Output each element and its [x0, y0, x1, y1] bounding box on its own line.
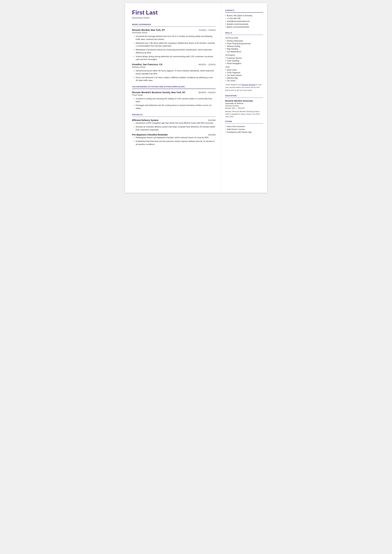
skills-divider [225, 35, 263, 35]
projects-divider [132, 117, 216, 117]
project-1-date: 05/2009 [208, 119, 216, 121]
bullet-item: Redesigned drivers' pre-departure checkl… [134, 136, 216, 139]
bullet-item: Devised an inventive delivery system tha… [134, 125, 216, 131]
skill-item: Order Picking (Experienced) [225, 42, 263, 45]
skills-heading: SKILLS [225, 32, 263, 34]
tools-label: Tools: [225, 66, 263, 68]
other-list: Geico Auto Insurance Valid Driver's Lice… [225, 125, 263, 133]
bullet-item: Delivered over 1.9K items within the com… [134, 42, 216, 48]
project-2-bullets: Redesigned drivers' pre-departure checkl… [132, 136, 216, 146]
other-heading: OTHER [225, 120, 263, 122]
contact-email: email@resumeworded.com [225, 20, 263, 22]
project-2: Pre-departure Checklist Reminder 04/2009… [132, 133, 216, 146]
bullet-item: Assisted in sorting and checking the via… [134, 97, 216, 103]
technical-skills-list: Driving (Advanced) Order Picking (Experi… [225, 40, 263, 53]
job-2-bullets: Delivered products within 48 hours (agai… [132, 69, 216, 82]
volunteer-1-title: Food Sorter [132, 94, 216, 96]
volunteering-heading: VOLUNTEERING ACTIVITIES AND EXTRACURRICU… [132, 86, 216, 88]
skill-item: Dash Cams [225, 69, 263, 71]
education-heading: EDUCATION [225, 95, 263, 97]
bullet-item: Increased the average delivery time from… [134, 35, 216, 41]
name: First Last [132, 9, 216, 16]
work-experience-section: WORK EXPERIENCE Resume Worded, New York,… [132, 23, 216, 82]
project-1-header: Efficient Delivery System 05/2009 [132, 119, 216, 121]
bullet-item: Packaged and delivered over 6K cooking i… [134, 104, 216, 110]
skill-item: Route Navigation [225, 62, 263, 65]
tools-list: Dash Cams Trunk Organizer Car Seat Cushi… [225, 69, 263, 82]
left-column: First Last DoorDash Driver WORK EXPERIEN… [125, 3, 221, 193]
contact-heading: CONTACT [225, 9, 263, 11]
skill-item: Map Reading [225, 48, 263, 50]
skill-item: Cash Handling [225, 60, 263, 62]
bullet-item: Established that fluid level and tire pr… [134, 140, 216, 146]
contact-location: Boston, MA (Open to Remote) [225, 14, 263, 17]
edu-degree: Associate of Science [225, 102, 263, 105]
skills-section: SKILLS Technical Skills: Driving (Advanc… [225, 32, 263, 91]
volunteer-1-org: Resume Worded's Business Society, New Yo… [132, 91, 186, 94]
edu-field: General Studies [225, 105, 263, 107]
employer-1-name: Resume Worded, New York, NY [132, 29, 165, 31]
contact-phone: +1-234-456-789 [225, 17, 263, 20]
project-2-header: Pre-departure Checklist Reminder 04/2009 [132, 133, 216, 136]
job-2-dates: 06/2010 – 12/2014 [198, 63, 216, 66]
project-1-name: Efficient Delivery System [132, 119, 159, 121]
skill-item: Driving (Advanced) [225, 40, 263, 42]
contact-list: Boston, MA (Open to Remote) +1-234-456-7… [225, 14, 263, 28]
education-divider [225, 98, 263, 98]
job-1-title: DoorDash Driver [132, 31, 216, 34]
skill-item: Delivery Driving [225, 45, 263, 47]
projects-section: PROJECTS Efficient Delivery System 05/20… [132, 114, 216, 146]
right-column: CONTACT Boston, MA (Open to Remote) +1-2… [221, 3, 267, 193]
volunteer-1: Resume Worded's Business Society, New Yo… [132, 91, 216, 110]
main-job-title: DoorDash Driver [132, 16, 216, 19]
resume-page: First Last DoorDash Driver WORK EXPERIEN… [125, 3, 267, 193]
bullet-item: Drove and delivered 4.1K items safely in… [134, 76, 216, 82]
job-1-header: Resume Worded, New York, NY 01/2015 – Pr… [132, 29, 216, 31]
employer-2-name: Growthsi, San Francisco, CA [132, 63, 162, 66]
projects-heading: PROJECTS [132, 114, 216, 116]
project-1: Efficient Delivery System 05/2009 Introd… [132, 119, 216, 131]
skill-item: Car Scent [225, 80, 263, 82]
other-divider [225, 123, 263, 124]
other-item: Geico Auto Insurance [225, 125, 263, 128]
work-experience-heading: WORK EXPERIENCE [132, 23, 216, 25]
edu-awards: Awards: Resume Worded Teaching Fellow (o… [225, 110, 263, 118]
skill-item: Customer Service [225, 57, 263, 59]
job-2: Growthsi, San Francisco, CA 06/2010 – 12… [132, 63, 216, 82]
project-1-bullets: Introduced a GPS navigation app that sho… [132, 122, 216, 131]
volunteering-divider [132, 89, 216, 89]
contact-github: github.com/resumeworded [225, 26, 263, 28]
resume-worded-link[interactable]: Resume Worded [242, 84, 255, 86]
other-section: OTHER Geico Auto Insurance Valid Driver'… [225, 120, 263, 133]
edu-date: Boston, MA — 05/2010 [225, 107, 263, 109]
bullet-item: Solved delays arising during deliveries … [134, 55, 216, 61]
bullet-item: Maintained a functional vehicle by condu… [134, 48, 216, 54]
other-item: Smartphone with Dasher App. [225, 131, 263, 133]
other-item: Valid Driver's License. [225, 128, 263, 130]
work-divider [132, 26, 216, 27]
contact-linkedin: linkedin.com/in/username [225, 23, 263, 25]
job-1-bullets: Increased the average delivery time from… [132, 35, 216, 61]
project-2-date: 04/2009 [208, 133, 216, 136]
contact-section: CONTACT Boston, MA (Open to Remote) +1-2… [225, 9, 263, 28]
skill-item: Trunk Organizer [225, 71, 263, 74]
volunteer-1-header: Resume Worded's Business Society, New Yo… [132, 91, 216, 94]
job-1: Resume Worded, New York, NY 01/2015 – Pr… [132, 29, 216, 61]
skill-item: Car Seat Cushion [225, 74, 263, 77]
volunteer-1-bullets: Assisted in sorting and checking the via… [132, 97, 216, 110]
bullet-item: Delivered products within 48 hours (agai… [134, 69, 216, 75]
education-section: EDUCATION Resume Worded University Assoc… [225, 95, 263, 118]
contact-divider [225, 12, 263, 13]
bullet-item: Introduced a GPS navigation app that sho… [134, 122, 216, 125]
volunteer-1-dates: 06/2009 – 04/2010 [198, 91, 216, 94]
technical-skills-label: Technical Skills: [225, 37, 263, 39]
job-1-dates: 01/2015 – Present [199, 29, 216, 31]
techniques-label: Techniques: [225, 54, 263, 56]
promo-block: • Don't forget to use Resume Worded to s… [225, 83, 263, 91]
skill-item: Delivery Bag [225, 77, 263, 79]
techniques-list: Customer Service Cash Handling Route Nav… [225, 57, 263, 65]
skill-item: Car Maintenance [225, 50, 263, 53]
job-2-title: Delivery Driver [132, 66, 216, 68]
edu-school: Resume Worded University [225, 100, 263, 102]
project-2-name: Pre-departure Checklist Reminder [132, 133, 168, 136]
